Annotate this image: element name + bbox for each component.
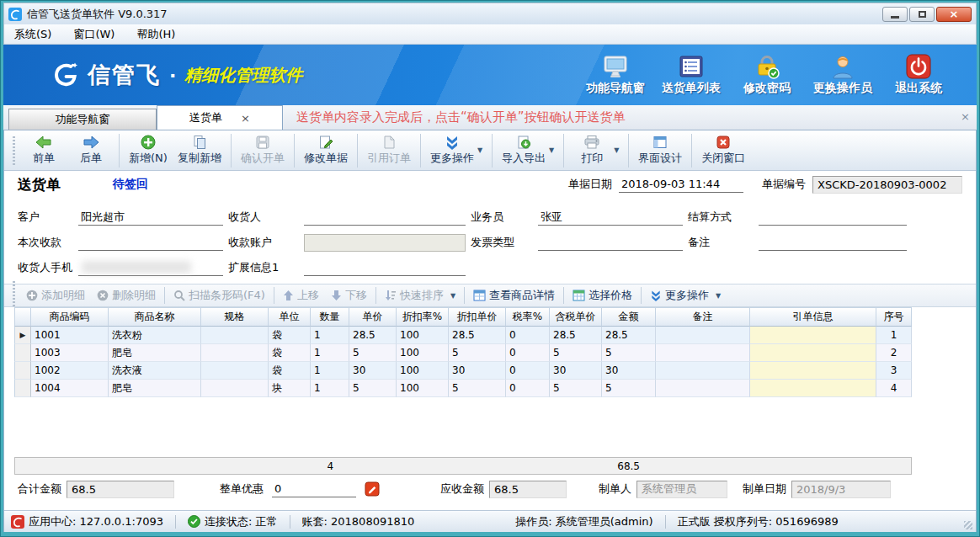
status-separator (290, 515, 290, 529)
col-header[interactable]: 金额 (602, 307, 656, 327)
table-row[interactable]: ▶ 1001 洗衣粉 袋 1 28.5 100 28.5 0 28.5 28.5… (14, 327, 976, 344)
receivable-field: 68.5 (489, 481, 567, 498)
plus-circle-icon (26, 290, 38, 301)
tab-delivery-order[interactable]: 送货单 × (157, 105, 283, 130)
toolbar-separator (357, 134, 358, 167)
magnifier-icon (173, 290, 185, 301)
make-date-field: 2018/9/3 (791, 481, 891, 498)
x-circle-icon (97, 290, 109, 301)
row-selector (14, 344, 31, 362)
col-header[interactable]: 含税单价 (550, 307, 602, 327)
main-toolbar: 前单 后单 新增(N) 复制新增 确认开单 修改单据 (4, 130, 976, 171)
minimize-button[interactable] (882, 7, 908, 22)
settle-field[interactable] (759, 209, 907, 226)
quick-sort-button[interactable]: 快速排序 ▼ (379, 288, 461, 303)
move-down-button[interactable]: 下移 (325, 288, 373, 303)
detail-separator (641, 287, 642, 304)
account-set-status: 账套: 201808091810 (302, 514, 415, 529)
print-button[interactable]: 打印 ▼ (568, 133, 624, 167)
col-header[interactable]: 序号 (876, 307, 912, 327)
exit-system-button[interactable]: 退出系统 (884, 54, 953, 96)
col-header[interactable]: 引单信息 (750, 307, 876, 327)
more-actions-button[interactable]: 更多操作 ▼ (425, 133, 487, 167)
col-header[interactable]: 商品名称 (109, 307, 201, 327)
confirm-open-button[interactable]: 确认开单 (236, 133, 290, 167)
ext1-label: 扩展信息1 (228, 260, 299, 275)
phone-field[interactable] (78, 259, 223, 276)
scan-barcode-button[interactable]: 扫描条形码(F4) (168, 288, 271, 303)
col-header[interactable]: 规格 (201, 307, 269, 327)
delivery-list-button[interactable]: 送货单列表 (657, 54, 726, 96)
main-content: 前单 后单 新增(N) 复制新增 确认开单 修改单据 (3, 130, 977, 532)
col-header[interactable]: 数量 (311, 307, 349, 327)
customer-field[interactable]: 阳光超市 (78, 209, 223, 226)
menu-system[interactable]: 系统(S) (14, 27, 51, 42)
list-icon (679, 54, 704, 79)
payment-field[interactable] (78, 234, 223, 251)
receiver-field[interactable] (304, 209, 466, 226)
window-design-icon (652, 135, 668, 150)
detail-more-actions-button[interactable]: 更多操作 ▼ (644, 288, 727, 303)
copy-new-button[interactable]: 复制新增 (173, 133, 226, 167)
table-row[interactable]: 1004 肥皂 块 1 5 100 5 0 5 5 4 (14, 380, 976, 397)
discount-edit-icon[interactable] (365, 481, 380, 497)
move-up-button[interactable]: 上移 (277, 288, 325, 303)
col-header[interactable]: 折扣单价 (449, 307, 506, 327)
import-export-button[interactable]: 导入导出 ▼ (497, 133, 559, 167)
nav-window-button[interactable]: 功能导航窗 (581, 54, 650, 96)
dropdown-caret-icon: ▼ (614, 146, 619, 154)
maximize-button[interactable] (909, 7, 935, 22)
remark-field[interactable] (759, 234, 907, 251)
menu-help[interactable]: 帮助(H) (136, 27, 175, 42)
ui-design-button[interactable]: 界面设计 (633, 133, 687, 167)
doc-no-field: XSCKD-20180903-0002 (812, 176, 962, 194)
strip-close-icon[interactable]: × (961, 110, 970, 123)
resize-grip[interactable] (964, 521, 972, 529)
change-password-button[interactable]: 修改密码 (732, 54, 802, 96)
col-header[interactable]: 商品编码 (31, 307, 109, 327)
col-header[interactable]: 备注 (656, 307, 750, 327)
table-row[interactable]: 1002 洗衣液 袋 1 30 100 30 0 30 30 3 (14, 362, 976, 380)
view-product-button[interactable]: 查看商品详情 (467, 288, 561, 303)
col-header[interactable]: 单价 (349, 307, 397, 327)
total-label: 合计金额 (18, 481, 61, 497)
col-header[interactable]: 税率% (506, 307, 550, 327)
table-header-row: 商品编码 商品名称 规格 单位 数量 单价 折扣率% 折扣单价 税率% 含税单价… (14, 307, 976, 327)
banner-btn-label: 送货单列表 (662, 81, 721, 96)
edit-doc-button[interactable]: 修改单据 (299, 133, 353, 167)
add-new-button[interactable]: 新增(N) (124, 133, 173, 167)
next-doc-button[interactable]: 后单 (67, 133, 115, 167)
add-detail-button[interactable]: 添加明细 (20, 288, 91, 303)
row-selector (14, 362, 31, 380)
brand: 信管飞 · 精细化管理软件 (49, 60, 302, 90)
salesman-field[interactable]: 张亚 (538, 209, 683, 226)
detail-toolbar-grip (13, 281, 15, 310)
banner-actions: 功能导航窗 送货单列表 (581, 54, 965, 96)
document-icon (381, 135, 397, 150)
select-price-button[interactable]: 选择价格 (567, 288, 638, 303)
sort-icon (385, 290, 397, 301)
delete-detail-button[interactable]: 删除明细 (91, 288, 162, 303)
menu-window[interactable]: 窗口(W) (73, 27, 115, 42)
table-row[interactable]: 1003 肥皂 袋 1 5 100 5 0 5 5 2 (14, 344, 976, 362)
printer-icon (583, 135, 600, 150)
tab-close-icon[interactable]: × (241, 112, 250, 125)
dropdown-caret-icon: ▼ (549, 146, 554, 154)
brand-slogan: 精细化管理软件 (184, 64, 302, 87)
invoice-field[interactable] (538, 234, 683, 251)
prev-doc-button[interactable]: 前单 (20, 133, 67, 167)
col-header[interactable]: 折扣率% (397, 307, 449, 327)
close-button[interactable]: × (936, 7, 972, 22)
col-header[interactable]: 单位 (269, 307, 311, 327)
change-operator-button[interactable]: 更换操作员 (808, 54, 877, 96)
ref-order-button[interactable]: 引用订单 (362, 133, 416, 167)
ext1-field[interactable] (304, 259, 466, 276)
status-separator (175, 515, 176, 529)
toolbar-grip (13, 136, 15, 165)
doc-date-field[interactable]: 2018-09-03 11:44 (619, 176, 743, 193)
close-window-button[interactable]: 关闭窗口 (696, 133, 750, 167)
tab-label: 送货单 (189, 110, 222, 125)
tab-nav-window[interactable]: 功能导航窗 (8, 109, 157, 130)
qty-total: 4 (311, 458, 349, 474)
discount-field[interactable]: 0 (272, 481, 356, 497)
